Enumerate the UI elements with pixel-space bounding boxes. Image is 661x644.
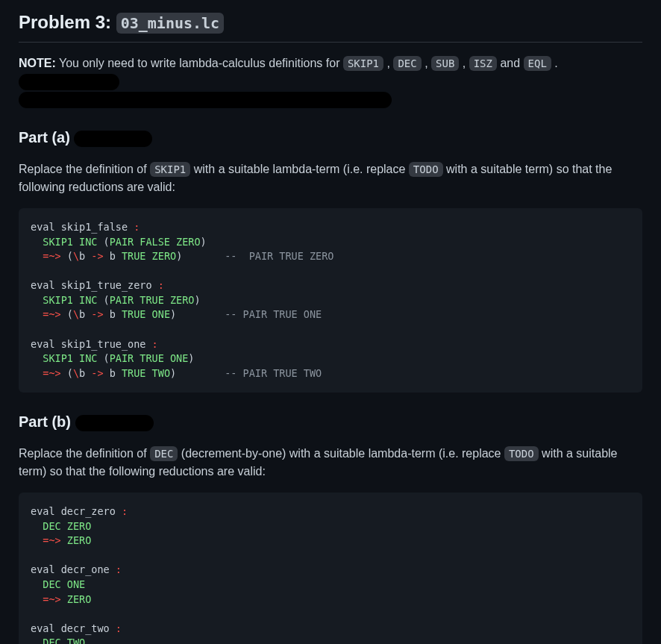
document-root: Problem 3: 03_minus.lc NOTE: You only ne… xyxy=(0,9,661,644)
problem-label: Problem 3: xyxy=(19,12,111,32)
note-id-skip1: SKIP1 xyxy=(343,56,383,71)
problem-heading: Problem 3: 03_minus.lc xyxy=(19,9,642,43)
note-id-sub: SUB xyxy=(431,56,459,71)
redaction xyxy=(74,131,152,147)
part-b-paragraph: Replace the definition of DEC (decrement… xyxy=(19,445,642,481)
note-id-isz: ISZ xyxy=(469,56,497,71)
note-id-dec: DEC xyxy=(393,56,421,71)
redaction xyxy=(19,92,392,108)
part-a-heading: Part (a) xyxy=(19,126,642,149)
part-a-code-skip1: SKIP1 xyxy=(150,162,190,177)
part-b-heading: Part (b) xyxy=(19,410,642,433)
note-label: NOTE: xyxy=(19,57,56,69)
part-b-codeblock: eval decr_zero : DEC ZERO =~> ZERO eval … xyxy=(19,493,642,644)
redaction xyxy=(75,415,154,431)
part-a-paragraph: Replace the definition of SKIP1 with a s… xyxy=(19,160,642,196)
note-id-eql: EQL xyxy=(524,56,551,71)
note-text: You only need to write lambda-calculus d… xyxy=(56,57,343,69)
part-a-codeblock: eval skip1_false : SKIP1 INC (PAIR FALSE… xyxy=(19,208,642,393)
note-paragraph: NOTE: You only need to write lambda-calc… xyxy=(19,54,642,108)
part-a-code-todo: TODO xyxy=(409,162,443,177)
redaction xyxy=(19,74,119,90)
problem-filename: 03_minus.lc xyxy=(116,13,224,34)
part-b-code-dec: DEC xyxy=(150,446,178,461)
part-b-code-todo: TODO xyxy=(504,446,539,461)
